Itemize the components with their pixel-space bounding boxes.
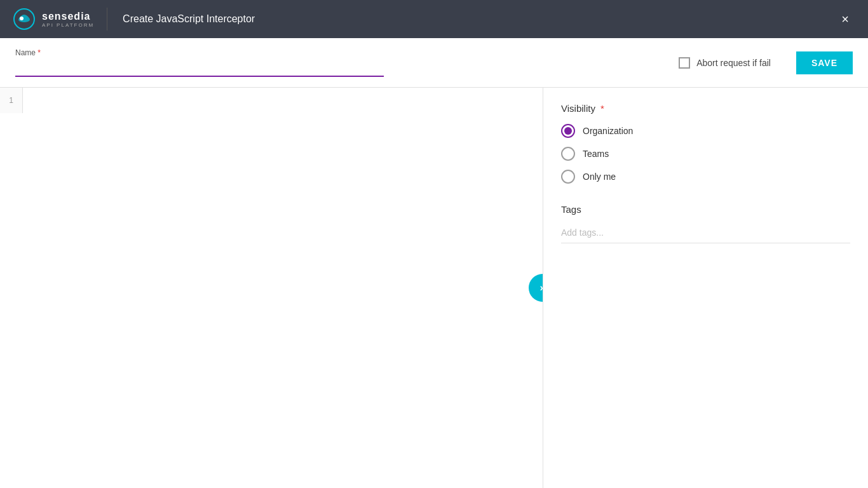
close-button[interactable]: × bbox=[835, 9, 855, 29]
radio-option-only-me[interactable]: Only me bbox=[561, 170, 850, 184]
sensedia-logo-icon bbox=[13, 8, 36, 30]
chevron-right-icon: » bbox=[540, 282, 543, 294]
abort-checkbox[interactable] bbox=[679, 57, 690, 69]
radio-only-me[interactable] bbox=[561, 170, 575, 184]
editor-area: 1 » Visibility * Organization bbox=[0, 88, 868, 488]
logo-text: sensedia API PLATFORM bbox=[42, 11, 94, 28]
radio-teams[interactable] bbox=[561, 147, 575, 161]
visibility-title: Visibility * bbox=[561, 103, 850, 114]
tags-input[interactable] bbox=[561, 222, 850, 243]
top-bar: Name * Abort request if fail SAVE bbox=[0, 38, 868, 88]
line-number-1: 1 bbox=[0, 94, 22, 107]
svg-point-1 bbox=[20, 17, 24, 20]
tags-title: Tags bbox=[561, 204, 850, 215]
logo-name: sensedia bbox=[42, 11, 94, 22]
line-numbers: 1 bbox=[0, 88, 23, 113]
name-input[interactable] bbox=[15, 60, 384, 77]
logo-sub: API PLATFORM bbox=[42, 22, 94, 28]
radio-organization[interactable] bbox=[561, 124, 575, 138]
code-content[interactable] bbox=[23, 88, 543, 488]
radio-label-only-me: Only me bbox=[583, 172, 616, 182]
right-panel: Visibility * Organization Teams Only me bbox=[543, 88, 868, 488]
radio-label-teams: Teams bbox=[583, 149, 609, 159]
save-button[interactable]: SAVE bbox=[796, 51, 853, 74]
abort-label: Abort request if fail bbox=[696, 58, 771, 68]
visibility-section: Visibility * Organization Teams Only me bbox=[561, 103, 850, 184]
content: Name * Abort request if fail SAVE 1 » bbox=[0, 38, 868, 488]
radio-label-organization: Organization bbox=[583, 126, 633, 136]
tags-section: Tags bbox=[561, 204, 850, 243]
radio-option-organization[interactable]: Organization bbox=[561, 124, 850, 138]
abort-container: Abort request if fail bbox=[679, 57, 771, 69]
logo-area: sensedia API PLATFORM bbox=[13, 8, 107, 30]
code-panel: 1 » bbox=[0, 88, 543, 488]
header: sensedia API PLATFORM Create JavaScript … bbox=[0, 0, 868, 38]
close-icon: × bbox=[841, 12, 849, 27]
name-field-container: Name * bbox=[15, 48, 384, 77]
header-title: Create JavaScript Interceptor bbox=[123, 13, 255, 25]
radio-option-teams[interactable]: Teams bbox=[561, 147, 850, 161]
name-label: Name * bbox=[15, 48, 384, 57]
